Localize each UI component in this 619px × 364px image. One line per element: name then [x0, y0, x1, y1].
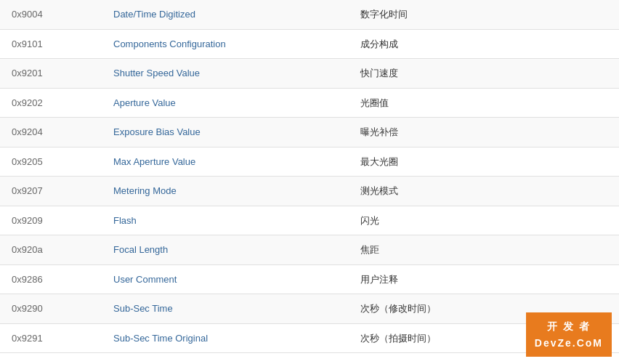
field-name-en: Shutter Speed Value — [102, 59, 349, 89]
field-name-zh: 成分构成 — [349, 29, 619, 59]
hex-code: 0x9101 — [0, 29, 102, 59]
table-row: 0x9209Flash闪光 — [0, 206, 619, 235]
field-name-en: Sub-Sec Time — [102, 294, 349, 324]
field-name-zh: 最大光圈 — [349, 147, 619, 177]
field-name-en: Max Aperture Value — [102, 147, 349, 177]
field-name-en: User Comment — [102, 264, 349, 294]
field-name-zh: 焦距 — [349, 235, 619, 265]
field-name-en: Sub-Sec Time Original — [102, 323, 349, 353]
watermark-line2: DevZe.CoM — [535, 335, 603, 351]
hex-code: 0x9286 — [0, 264, 102, 294]
table-row: 0x9202Aperture Value光圈值 — [0, 88, 619, 118]
hex-code: 0x9209 — [0, 206, 102, 235]
table-row: 0x9207Metering Mode测光模式 — [0, 177, 619, 206]
data-table: 0x9004Date/Time Digitized数字化时间0x9101Comp… — [0, 0, 619, 353]
field-name-en: Exposure Bias Value — [102, 118, 349, 147]
table-row: 0x920aFocal Length焦距 — [0, 235, 619, 265]
field-name-zh: 光圈值 — [349, 88, 619, 118]
field-name-zh: 数字化时间 — [349, 0, 619, 29]
table-row: 0x9286User Comment用户注释 — [0, 264, 619, 294]
hex-code: 0x9204 — [0, 118, 102, 147]
field-name-en: Aperture Value — [102, 88, 349, 118]
field-name-zh: 曝光补偿 — [349, 118, 619, 147]
field-name-en: Flash — [102, 206, 349, 235]
hex-code: 0x9004 — [0, 0, 102, 29]
table-row: 0x9201Shutter Speed Value快门速度 — [0, 59, 619, 89]
table-row: 0x9101Components Configuration成分构成 — [0, 29, 619, 59]
field-name-en: Components Configuration — [102, 29, 349, 59]
hex-code: 0x9207 — [0, 177, 102, 206]
table-row: 0x9004Date/Time Digitized数字化时间 — [0, 0, 619, 29]
field-name-en: Date/Time Digitized — [102, 0, 349, 29]
hex-code: 0x9201 — [0, 59, 102, 89]
table-row: 0x9204Exposure Bias Value曝光补偿 — [0, 118, 619, 147]
watermark: 开 发 者 DevZe.CoM — [526, 312, 612, 357]
hex-code: 0x9291 — [0, 323, 102, 353]
field-name-zh: 闪光 — [349, 206, 619, 235]
watermark-line1: 开 发 者 — [535, 318, 603, 334]
field-name-zh: 用户注释 — [349, 264, 619, 294]
table-row: 0x9205Max Aperture Value最大光圈 — [0, 147, 619, 177]
field-name-en: Focal Length — [102, 235, 349, 265]
hex-code: 0x9205 — [0, 147, 102, 177]
hex-code: 0x920a — [0, 235, 102, 265]
field-name-zh: 测光模式 — [349, 177, 619, 206]
hex-code: 0x9290 — [0, 294, 102, 324]
hex-code: 0x9202 — [0, 88, 102, 118]
field-name-en: Metering Mode — [102, 177, 349, 206]
field-name-zh: 快门速度 — [349, 59, 619, 89]
